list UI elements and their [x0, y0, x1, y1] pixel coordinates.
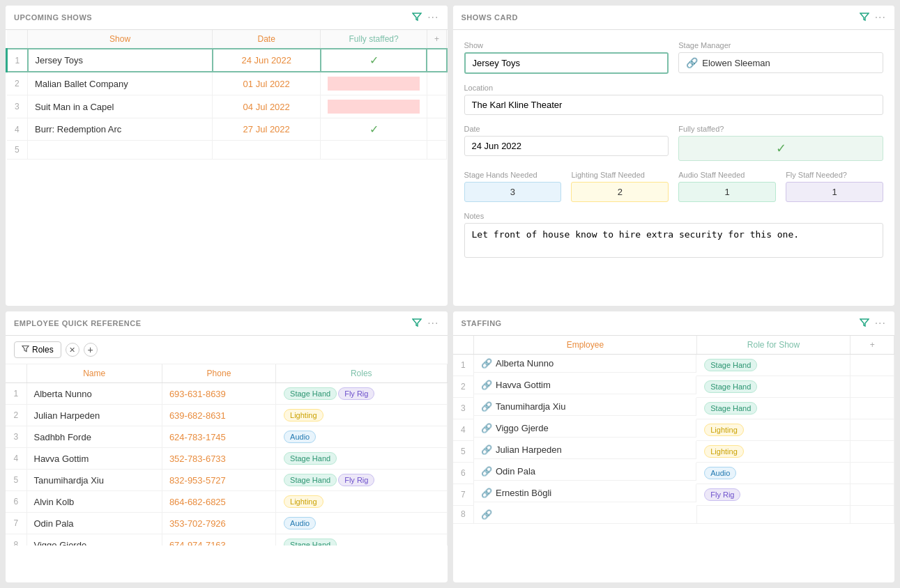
roles-cell[interactable]: Stage Hand	[276, 448, 447, 470]
table-row[interactable]: 1 Jersey Toys 24 Jun 2022 ✓	[7, 49, 447, 72]
stage-hands-value[interactable]: 3	[464, 182, 562, 202]
add-row-cell[interactable]	[851, 355, 894, 376]
list-item[interactable]: 2 Julian Harpeden 639-682-8631 Lighting	[6, 405, 447, 426]
employee-link-cell[interactable]: 🔗Viggo Gjerde	[474, 419, 696, 438]
table-row[interactable]: 1 🔗Alberta Nunno Stage Hand	[453, 355, 894, 376]
staffed-cell[interactable]	[321, 141, 427, 160]
more-options-icon[interactable]: ···	[427, 11, 438, 24]
add-cell[interactable]	[427, 72, 446, 95]
show-name-cell[interactable]: Burr: Redemption Arc	[28, 118, 213, 141]
table-row[interactable]: 6 🔗Odin Pala Audio	[453, 463, 894, 484]
role-cell[interactable]: Stage Hand	[696, 398, 851, 419]
filter-icon[interactable]	[412, 318, 422, 330]
employee-name-cell[interactable]: Viggo Gjerde	[26, 534, 162, 546]
roles-cell[interactable]: Lighting	[276, 491, 447, 513]
add-cell[interactable]	[427, 95, 446, 118]
employee-link-cell[interactable]: 🔗Julian Harpeden	[474, 441, 696, 459]
staffed-cell[interactable]	[321, 95, 427, 118]
stage-manager-input[interactable]: 🔗 Elowen Sleeman	[678, 52, 883, 73]
add-col-header[interactable]: +	[427, 30, 446, 49]
date-cell[interactable]: 01 Jul 2022	[213, 72, 321, 95]
roles-cell[interactable]: Stage Hand	[276, 534, 447, 546]
list-item[interactable]: 1 Alberta Nunno 693-631-8639 Stage HandF…	[6, 383, 447, 405]
filter-icon[interactable]	[860, 318, 869, 330]
roles-cell[interactable]: Stage HandFly Rig	[276, 470, 447, 491]
employee-link-cell[interactable]: 🔗Havva Gottim	[474, 376, 696, 394]
phone-cell[interactable]: 624-783-1745	[162, 426, 275, 448]
employee-link-cell[interactable]: 🔗Odin Pala	[474, 463, 696, 481]
table-row[interactable]: 4 🔗Viggo Gjerde Lighting	[453, 419, 894, 441]
list-item[interactable]: 4 Havva Gottim 352-783-6733 Stage Hand	[6, 448, 447, 470]
audio-value[interactable]: 1	[678, 182, 776, 202]
clear-filter-button[interactable]: ✕	[66, 343, 79, 357]
employee-link-cell[interactable]: 🔗	[474, 506, 697, 524]
table-row[interactable]: 2 Malian Ballet Company 01 Jul 2022	[7, 72, 447, 95]
roles-cell[interactable]: Lighting	[276, 405, 447, 426]
date-input[interactable]	[464, 136, 669, 156]
phone-cell[interactable]: 693-631-8639	[162, 383, 275, 405]
date-cell[interactable]: 04 Jul 2022	[213, 95, 321, 118]
employee-name-cell[interactable]: Alvin Kolb	[26, 491, 162, 513]
roles-cell[interactable]: Audio	[276, 426, 447, 448]
table-row[interactable]: 7 🔗Ernestin Bögli Fly Rig	[453, 484, 894, 506]
role-cell[interactable]: Stage Hand	[696, 355, 851, 376]
phone-cell[interactable]: 674-974-7163	[162, 534, 275, 546]
employee-link-cell[interactable]: 🔗Ernestin Bögli	[474, 484, 696, 502]
add-cell[interactable]	[427, 49, 446, 72]
show-name-cell[interactable]: Jersey Toys	[28, 49, 213, 72]
employee-table-wrapper[interactable]: Name Phone Roles 1 Alberta Nunno 693-631…	[6, 364, 448, 546]
roles-filter-button[interactable]: Roles	[14, 341, 61, 358]
add-row-cell[interactable]	[851, 506, 894, 524]
table-row[interactable]: 2 🔗Havva Gottim Stage Hand	[453, 376, 894, 398]
list-item[interactable]: 7 Odin Pala 353-702-7926 Audio	[6, 513, 447, 534]
add-row-cell[interactable]	[851, 463, 894, 484]
add-row-cell[interactable]	[851, 398, 894, 419]
fly-staff-value[interactable]: 1	[786, 182, 883, 202]
add-cell[interactable]	[427, 141, 446, 160]
roles-cell[interactable]: Stage HandFly Rig	[276, 383, 447, 405]
list-item[interactable]: 3 Sadhbh Forde 624-783-1745 Audio	[6, 426, 447, 448]
role-cell[interactable]	[696, 506, 851, 524]
staffed-cell[interactable]: ✓	[321, 49, 427, 72]
add-row-cell[interactable]	[851, 376, 894, 398]
location-input[interactable]	[464, 95, 884, 115]
date-cell[interactable]: 27 Jul 2022	[213, 118, 321, 141]
list-item[interactable]: 6 Alvin Kolb 864-682-6825 Lighting	[6, 491, 447, 513]
add-row-cell[interactable]	[851, 484, 894, 506]
add-cell[interactable]	[427, 118, 446, 141]
employee-name-cell[interactable]: Julian Harpeden	[26, 405, 162, 426]
phone-cell[interactable]: 352-783-6733	[162, 448, 275, 470]
show-field-input[interactable]	[464, 52, 669, 74]
list-item[interactable]: 5 Tanumihardja Xiu 832-953-5727 Stage Ha…	[6, 470, 447, 491]
employee-name-cell[interactable]: Sadhbh Forde	[26, 426, 162, 448]
filter-icon[interactable]	[860, 12, 869, 24]
more-options-icon[interactable]: ···	[875, 11, 886, 24]
table-row[interactable]: 8 🔗	[453, 506, 894, 524]
table-row[interactable]: 3 Suit Man in a Capel 04 Jul 2022	[7, 95, 447, 118]
add-staffing-col[interactable]: +	[851, 336, 894, 355]
date-cell[interactable]: 24 Jun 2022	[213, 49, 321, 72]
roles-cell[interactable]: Audio	[276, 513, 447, 534]
employee-link-cell[interactable]: 🔗Tanumihardja Xiu	[474, 398, 696, 416]
filter-icon[interactable]	[412, 12, 422, 24]
role-cell[interactable]: Stage Hand	[696, 376, 851, 398]
more-options-icon[interactable]: ···	[427, 317, 438, 330]
staffed-cell[interactable]: ✓	[321, 118, 427, 141]
staffing-table-wrapper[interactable]: Employee Role for Show + 1 🔗Alberta Nunn…	[453, 336, 895, 524]
role-cell[interactable]: Fly Rig	[696, 484, 851, 506]
phone-cell[interactable]: 639-682-8631	[162, 405, 275, 426]
more-options-icon[interactable]: ···	[875, 317, 886, 330]
show-name-cell[interactable]	[28, 141, 213, 160]
table-row[interactable]: 4 Burr: Redemption Arc 27 Jul 2022 ✓	[7, 118, 447, 141]
table-row[interactable]: 5 🔗Julian Harpeden Lighting	[453, 441, 894, 463]
add-filter-button[interactable]: +	[84, 343, 98, 357]
show-name-cell[interactable]: Suit Man in a Capel	[28, 95, 213, 118]
notes-textarea[interactable]	[464, 223, 884, 258]
lighting-value[interactable]: 2	[571, 182, 669, 202]
show-name-cell[interactable]: Malian Ballet Company	[28, 72, 213, 95]
employee-name-cell[interactable]: Tanumihardja Xiu	[26, 470, 162, 491]
role-cell[interactable]: Lighting	[696, 441, 851, 463]
phone-cell[interactable]: 832-953-5727	[162, 470, 275, 491]
role-cell[interactable]: Audio	[696, 463, 851, 484]
shows-table-wrapper[interactable]: Show Date Fully staffed? + 1 Jersey Toys…	[6, 30, 448, 160]
